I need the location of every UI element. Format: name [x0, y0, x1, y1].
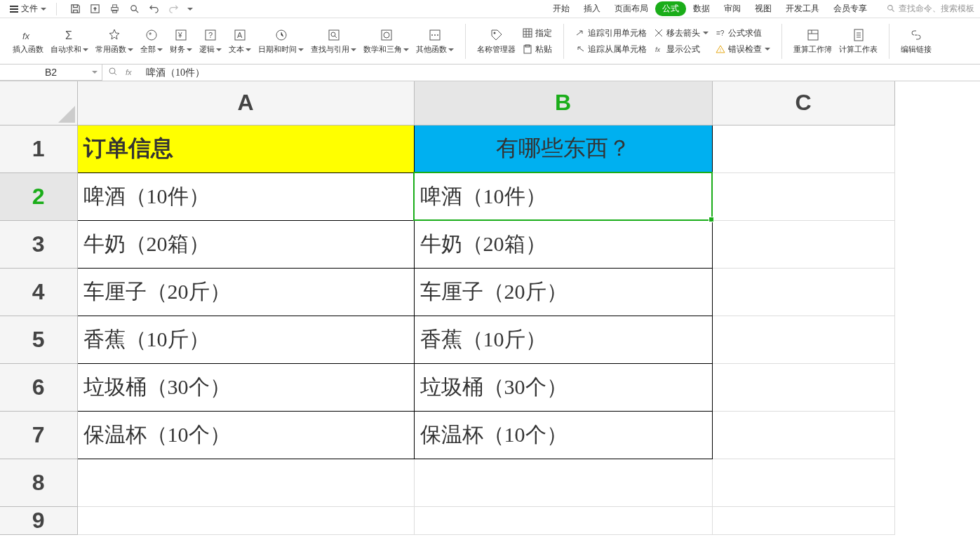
lookup-button[interactable]: 查找与引用: [308, 26, 359, 56]
logic-button[interactable]: ? 逻辑: [196, 26, 224, 56]
cell-A4[interactable]: 车厘子（20斤）: [77, 268, 414, 316]
tab-formula[interactable]: 公式: [655, 1, 686, 16]
quick-access-toolbar: [69, 4, 193, 15]
cell-A8[interactable]: [77, 459, 414, 506]
svg-point-23: [434, 34, 436, 36]
row-header-8[interactable]: 8: [0, 459, 77, 506]
redo-icon[interactable]: [168, 4, 179, 15]
autosum-button[interactable]: Σ 自动求和: [48, 26, 91, 56]
row-header-1[interactable]: 1: [0, 125, 77, 172]
tab-review[interactable]: 审阅: [717, 0, 748, 18]
search-box[interactable]: 查找命令、搜索模板: [887, 3, 974, 15]
edit-link-button[interactable]: 编辑链接: [898, 26, 934, 56]
remove-arrows-button[interactable]: 移去箭头: [651, 26, 711, 41]
col-header-A[interactable]: A: [77, 81, 414, 125]
tab-layout[interactable]: 页面布局: [608, 0, 655, 18]
tab-dev[interactable]: 开发工具: [779, 0, 826, 18]
finance-button[interactable]: ¥ 财务: [167, 26, 195, 56]
finance-label: 财务: [170, 44, 185, 55]
all-func-button[interactable]: * 全部: [137, 26, 166, 56]
cell-B1[interactable]: 有哪些东西？: [414, 125, 712, 172]
row-header-5[interactable]: 5: [0, 316, 77, 363]
cell-C8[interactable]: [712, 459, 894, 506]
remove-arrows-icon: [654, 28, 664, 38]
cell-B4[interactable]: 车厘子（20斤）: [414, 268, 712, 316]
recalc-book-button[interactable]: 重算工作簿: [791, 26, 835, 56]
row-header-7[interactable]: 7: [0, 411, 77, 459]
cell-A3[interactable]: 牛奶（20箱）: [77, 220, 414, 268]
tab-data[interactable]: 数据: [686, 0, 717, 18]
cell-B7[interactable]: 保温杯（10个）: [414, 411, 712, 459]
fx-icon[interactable]: fx: [125, 67, 135, 79]
cell-C1[interactable]: [712, 125, 894, 172]
tab-start[interactable]: 开始: [546, 0, 577, 18]
formula-input[interactable]: 啤酒（10件）: [140, 67, 980, 79]
chevron-down-icon: [41, 8, 46, 11]
row-header-2[interactable]: 2: [0, 172, 77, 220]
text-button[interactable]: A 文本: [226, 26, 254, 56]
svg-rect-17: [329, 30, 339, 40]
cell-B3[interactable]: 牛奶（20箱）: [414, 220, 712, 268]
svg-point-24: [437, 34, 438, 36]
cell-C2[interactable]: [712, 172, 894, 220]
cell-A5[interactable]: 香蕉（10斤）: [77, 316, 414, 363]
preview-icon[interactable]: [128, 4, 140, 15]
math-button[interactable]: 数学和三角: [361, 26, 412, 56]
row-header-3[interactable]: 3: [0, 220, 77, 268]
trace-dep-label: 追踪从属单元格: [588, 43, 647, 55]
cell-C6[interactable]: [712, 363, 894, 411]
trace-dep-icon: [575, 44, 585, 54]
cell-A1[interactable]: 订单信息: [77, 125, 414, 172]
show-formula-button[interactable]: fx显示公式: [651, 42, 711, 57]
tab-insert[interactable]: 插入: [577, 0, 608, 18]
cell-C9[interactable]: [712, 506, 894, 534]
tab-member[interactable]: 会员专享: [826, 0, 874, 18]
star-icon: [107, 27, 122, 43]
row-header-4[interactable]: 4: [0, 268, 77, 316]
svg-rect-26: [523, 29, 532, 37]
define-button[interactable]: 指定: [520, 26, 555, 41]
undo-icon[interactable]: [148, 4, 159, 15]
trace-precedents-button[interactable]: 追踪引用单元格: [572, 26, 650, 41]
col-header-B[interactable]: B: [414, 81, 712, 125]
save-icon[interactable]: [69, 4, 81, 15]
cell-C5[interactable]: [712, 316, 894, 363]
calc-sheet-button[interactable]: 计算工作表: [836, 26, 880, 56]
name-box[interactable]: B2: [0, 65, 102, 81]
cell-B6[interactable]: 垃圾桶（30个）: [414, 363, 712, 411]
datetime-button[interactable]: 日期和时间: [255, 26, 307, 56]
common-func-button[interactable]: 常用函数: [93, 26, 136, 56]
cell-A6[interactable]: 垃圾桶（30个）: [77, 363, 414, 411]
col-header-C[interactable]: C: [712, 81, 894, 125]
error-check-button[interactable]: !错误检查: [713, 42, 773, 57]
grid-icon: [523, 28, 532, 38]
cell-B9[interactable]: [414, 506, 712, 534]
cell-C3[interactable]: [712, 220, 894, 268]
cell-B5[interactable]: 香蕉（10斤）: [414, 316, 712, 363]
row-header-6[interactable]: 6: [0, 363, 77, 411]
formula-eval-button[interactable]: =?公式求值: [713, 26, 773, 41]
logic-label: 逻辑: [199, 44, 215, 55]
output-icon[interactable]: [89, 4, 100, 15]
file-menu[interactable]: 文件: [6, 1, 51, 16]
select-all-corner[interactable]: [0, 81, 77, 125]
cell-B2[interactable]: 啤酒（10件）: [414, 172, 712, 220]
currency-icon: ¥: [173, 27, 189, 43]
expand-icon[interactable]: [108, 67, 118, 79]
insert-function-button[interactable]: fx 插入函数: [10, 26, 46, 56]
chevron-down-icon[interactable]: [187, 8, 193, 11]
print-icon[interactable]: [109, 4, 120, 15]
search-placeholder: 查找命令、搜索模板: [899, 3, 974, 15]
cell-C4[interactable]: [712, 268, 894, 316]
cell-A9[interactable]: [77, 506, 414, 534]
cell-B8[interactable]: [414, 459, 712, 506]
other-func-button[interactable]: 其他函数: [413, 26, 457, 56]
row-header-9[interactable]: 9: [0, 506, 77, 534]
cell-A2[interactable]: 啤酒（10件）: [77, 172, 414, 220]
tab-view[interactable]: 视图: [748, 0, 779, 18]
trace-dependents-button[interactable]: 追踪从属单元格: [572, 42, 650, 57]
cell-C7[interactable]: [712, 411, 894, 459]
cell-A7[interactable]: 保温杯（10个）: [77, 411, 414, 459]
name-manager-button[interactable]: 名称管理器: [474, 26, 518, 56]
paste-button[interactable]: 粘贴: [520, 42, 555, 57]
